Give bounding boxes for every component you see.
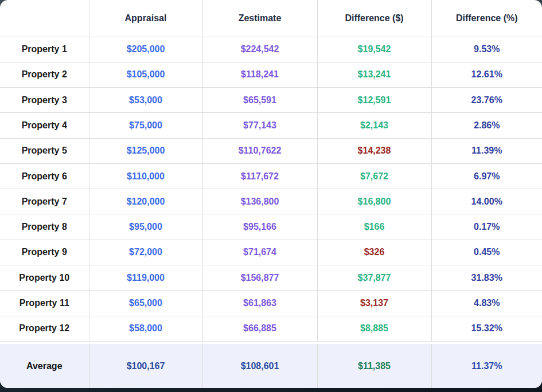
average-percent-cell: 11.37% [431, 344, 542, 388]
percent-cell: 12.61% [431, 62, 542, 87]
percent-cell: 15.32% [431, 316, 542, 341]
table-row: Property 8 $95,000 $95,166 $166 0.17% [0, 214, 542, 240]
appraisal-cell: $72,000 [89, 240, 202, 265]
row-label-cell: Property 7 [0, 189, 89, 214]
percent-cell: 0.17% [431, 214, 542, 240]
table-footer: Average $100,167 $108,601 $11,385 11.37% [0, 341, 542, 388]
comparison-table-card: Appraisal Zestimate Difference ($) Diffe… [0, 0, 542, 388]
header-appraisal: Appraisal [89, 0, 202, 37]
table-row: Property 1 $205,000 $224,542 $19,542 9.5… [0, 37, 542, 62]
zestimate-cell: $118,241 [202, 62, 317, 87]
percent-cell: 6.97% [431, 163, 542, 189]
table-row: Property 9 $72,000 $71,674 $326 0.45% [0, 240, 542, 265]
zestimate-cell: $71,674 [202, 240, 317, 265]
difference-cell: $166 [317, 214, 431, 240]
difference-cell: $19,542 [317, 37, 431, 62]
appraisal-cell: $110,000 [89, 163, 202, 189]
table-row: Property 5 $125,000 $110,7622 $14,238 11… [0, 138, 542, 163]
appraisal-cell: $75,000 [89, 113, 202, 138]
row-label-cell: Property 10 [0, 265, 89, 291]
appraisal-cell: $120,000 [89, 189, 202, 214]
average-zestimate-cell: $108,601 [202, 344, 317, 388]
percent-cell: 4.83% [431, 291, 542, 316]
difference-cell: $7,672 [317, 163, 431, 189]
percent-cell: 9.53% [431, 37, 542, 62]
header-difference-dollars: Difference ($) [317, 0, 431, 37]
table-row: Property 3 $53,000 $65,591 $12,591 23.76… [0, 88, 542, 113]
zestimate-cell: $110,7622 [202, 138, 317, 163]
zestimate-cell: $136,800 [202, 189, 317, 214]
zestimate-cell: $95,166 [202, 214, 317, 240]
zestimate-cell: $156,877 [202, 265, 317, 291]
percent-cell: 23.76% [431, 88, 542, 113]
header-blank [0, 0, 89, 37]
row-label-cell: Property 4 [0, 113, 89, 138]
appraisal-cell: $95,000 [89, 214, 202, 240]
row-label-cell: Property 5 [0, 138, 89, 163]
row-label-cell: Property 2 [0, 62, 89, 87]
percent-cell: 11.39% [431, 138, 542, 163]
appraisal-cell: $105,000 [89, 62, 202, 87]
zestimate-cell: $224,542 [202, 37, 317, 62]
zestimate-cell: $66,885 [202, 316, 317, 341]
table-row: Property 4 $75,000 $77,143 $2,143 2.86% [0, 113, 542, 138]
percent-cell: 31.83% [431, 265, 542, 291]
percent-cell: 0.45% [431, 240, 542, 265]
row-label-cell: Property 11 [0, 291, 89, 316]
header-row: Appraisal Zestimate Difference ($) Diffe… [0, 0, 542, 37]
header-zestimate: Zestimate [202, 0, 317, 37]
row-label-cell: Property 8 [0, 214, 89, 240]
difference-cell: $37,877 [317, 265, 431, 291]
appraisal-cell: $119,000 [89, 265, 202, 291]
table-row: Property 10 $119,000 $156,877 $37,877 31… [0, 265, 542, 291]
appraisal-zestimate-table: Appraisal Zestimate Difference ($) Diffe… [0, 0, 542, 388]
appraisal-cell: $125,000 [89, 138, 202, 163]
average-row: Average $100,167 $108,601 $11,385 11.37% [0, 344, 542, 388]
appraisal-cell: $65,000 [89, 291, 202, 316]
average-label-cell: Average [0, 344, 89, 388]
appraisal-cell: $205,000 [89, 37, 202, 62]
difference-cell: $8,885 [317, 316, 431, 341]
appraisal-cell: $53,000 [89, 88, 202, 113]
zestimate-cell: $65,591 [202, 88, 317, 113]
row-label-cell: Property 12 [0, 316, 89, 341]
table-row: Property 11 $65,000 $61,863 $3,137 4.83% [0, 291, 542, 316]
row-label-cell: Property 9 [0, 240, 89, 265]
difference-cell: $2,143 [317, 113, 431, 138]
row-label-cell: Property 1 [0, 37, 89, 62]
average-appraisal-cell: $100,167 [89, 344, 202, 388]
difference-cell: $13,241 [317, 62, 431, 87]
difference-cell: $326 [317, 240, 431, 265]
percent-cell: 2.86% [431, 113, 542, 138]
table-row: Property 12 $58,000 $66,885 $8,885 15.32… [0, 316, 542, 341]
table-body: Property 1 $205,000 $224,542 $19,542 9.5… [0, 37, 542, 341]
table-row: Property 6 $110,000 $117,672 $7,672 6.97… [0, 163, 542, 189]
difference-cell: $12,591 [317, 88, 431, 113]
header-difference-percent: Difference (%) [431, 0, 542, 37]
zestimate-cell: $117,672 [202, 163, 317, 189]
difference-cell: $16,800 [317, 189, 431, 214]
zestimate-cell: $77,143 [202, 113, 317, 138]
row-label-cell: Property 6 [0, 163, 89, 189]
difference-cell: $14,238 [317, 138, 431, 163]
percent-cell: 14.00% [431, 189, 542, 214]
average-difference-cell: $11,385 [317, 344, 431, 388]
table-row: Property 7 $120,000 $136,800 $16,800 14.… [0, 189, 542, 214]
table-header: Appraisal Zestimate Difference ($) Diffe… [0, 0, 542, 37]
row-label-cell: Property 3 [0, 88, 89, 113]
zestimate-cell: $61,863 [202, 291, 317, 316]
difference-cell: $3,137 [317, 291, 431, 316]
table-row: Property 2 $105,000 $118,241 $13,241 12.… [0, 62, 542, 87]
appraisal-cell: $58,000 [89, 316, 202, 341]
